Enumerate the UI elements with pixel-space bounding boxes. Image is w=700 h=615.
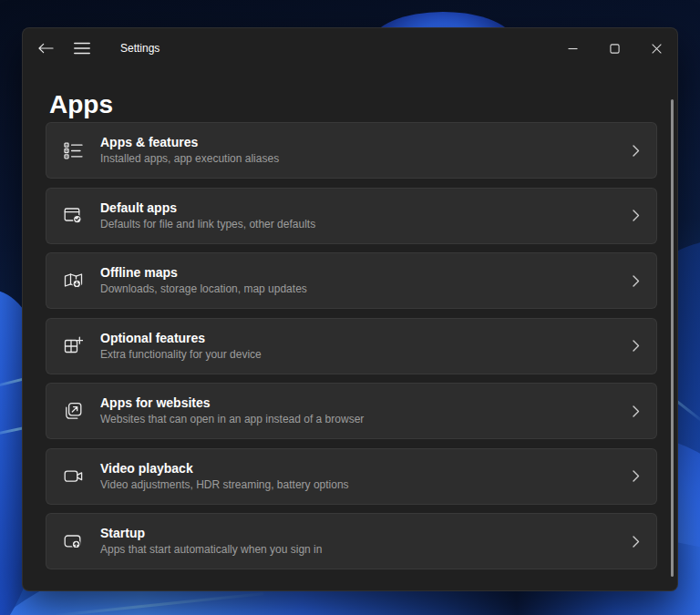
chevron-right-icon [633,405,640,417]
list-item-title: Optional features [100,331,633,346]
list-item-text: Apps & features Installed apps, app exec… [100,135,633,166]
list-item-subtitle: Downloads, storage location, map updates [100,282,633,296]
list-item-text: Offline maps Downloads, storage location… [100,265,633,296]
app-title: Settings [120,42,160,55]
arrow-left-icon [38,43,54,54]
minimize-button[interactable] [551,28,593,68]
chevron-right-icon [633,275,640,287]
maximize-button[interactable] [593,28,635,68]
chevron-right-icon [633,210,640,221]
list-item-default-apps[interactable]: Default apps Defaults for file and link … [46,188,657,244]
list-item-video-playback[interactable]: Video playback Video adjustments, HDR st… [46,448,657,505]
list-item-title: Video playback [100,461,633,477]
list-item-text: Startup Apps that start automatically wh… [100,526,633,557]
chevron-right-icon [633,340,640,352]
video-playback-icon [64,466,83,486]
window-controls [551,28,677,68]
chevron-right-icon [633,145,640,157]
list-item-subtitle: Installed apps, app execution aliases [100,152,633,166]
list-item-text: Video playback Video adjustments, HDR st… [100,461,633,492]
close-button[interactable] [635,28,677,68]
list-item-title: Apps & features [100,135,633,150]
minimize-icon [568,44,578,54]
list-item-text: Default apps Defaults for file and link … [100,200,633,231]
list-item-subtitle: Defaults for file and link types, other … [100,218,633,231]
startup-icon [64,532,83,551]
navigation-menu-button[interactable] [67,34,97,63]
list-item-apps-features[interactable]: Apps & features Installed apps, app exec… [46,122,657,179]
list-item-apps-for-websites[interactable]: Apps for websites Websites that can open… [46,383,657,439]
list-item-text: Apps for websites Websites that can open… [100,395,633,426]
hamburger-icon [74,42,90,55]
settings-list: Apps & features Installed apps, app exec… [46,122,657,569]
list-item-offline-maps[interactable]: Offline maps Downloads, storage location… [46,252,657,309]
offline-maps-icon [64,272,83,291]
optional-features-icon [64,336,83,355]
maximize-icon [610,44,620,54]
list-item-title: Apps for websites [100,395,633,411]
settings-window: Settings [22,27,678,591]
list-item-text: Optional features Extra functionality fo… [100,331,633,362]
page-title: Apps [49,89,113,120]
list-item-subtitle: Extra functionality for your device [100,348,633,362]
list-item-subtitle: Apps that start automatically when you s… [100,543,633,557]
list-item-startup[interactable]: Startup Apps that start automatically wh… [46,513,657,569]
list-item-title: Offline maps [100,265,633,281]
list-item-subtitle: Video adjustments, HDR streaming, batter… [100,478,633,492]
default-apps-icon [64,206,83,225]
chevron-right-icon [633,536,640,548]
apps-for-websites-icon [64,402,83,421]
list-item-title: Startup [100,526,633,541]
list-item-title: Default apps [100,200,633,216]
list-item-optional-features[interactable]: Optional features Extra functionality fo… [46,318,657,374]
close-icon [652,44,662,54]
scrollbar[interactable] [671,99,674,577]
back-button[interactable] [31,34,60,63]
titlebar[interactable]: Settings [23,28,677,68]
chevron-right-icon [633,470,640,482]
list-item-subtitle: Websites that can open in an app instead… [100,413,633,426]
apps-features-icon [64,141,83,160]
